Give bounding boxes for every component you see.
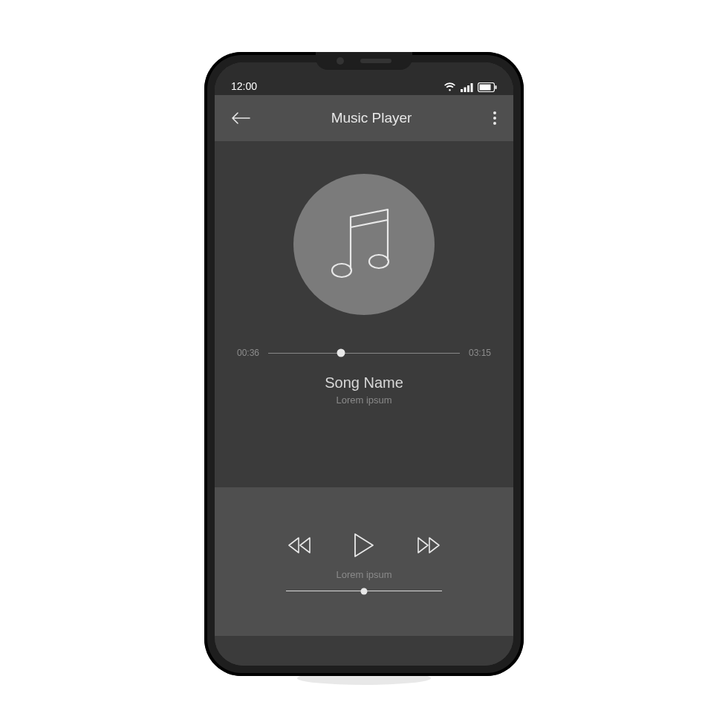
time-duration: 03:15 — [469, 348, 491, 358]
svg-rect-0 — [461, 89, 463, 92]
more-icon[interactable] — [493, 111, 497, 126]
song-title: Song Name — [325, 374, 403, 391]
svg-rect-3 — [471, 83, 473, 92]
app-header: Music Player — [215, 95, 513, 141]
status-time: 12:00 — [231, 80, 257, 92]
music-note-icon — [327, 204, 401, 285]
svg-rect-6 — [495, 85, 497, 89]
svg-point-8 — [493, 117, 496, 120]
volume-slider[interactable] — [286, 591, 442, 591]
time-elapsed: 00:36 — [237, 348, 259, 358]
bottom-strip — [215, 636, 513, 666]
svg-rect-5 — [480, 85, 491, 91]
next-icon[interactable] — [416, 536, 441, 555]
svg-point-11 — [369, 255, 389, 268]
screen: 12:00 Music Player — [215, 62, 513, 666]
song-subtitle: Lorem ipsum — [336, 394, 391, 406]
volume-label: Lorem ipsum — [336, 569, 391, 580]
page-title: Music Player — [331, 110, 412, 126]
signal-icon — [461, 83, 473, 92]
phone-frame: 12:00 Music Player — [204, 52, 524, 676]
player-main: 00:36 03:15 Song Name Lorem ipsum — [215, 141, 513, 487]
previous-icon[interactable] — [287, 536, 312, 555]
svg-point-9 — [493, 122, 496, 125]
progress-slider[interactable] — [268, 353, 460, 354]
back-icon[interactable] — [231, 111, 250, 125]
album-art — [293, 174, 435, 315]
wifi-icon — [443, 82, 456, 92]
progress-thumb[interactable] — [337, 349, 345, 357]
notch — [316, 52, 412, 70]
transport-controls — [287, 532, 441, 559]
controls-panel: Lorem ipsum — [215, 487, 513, 636]
volume-thumb[interactable] — [361, 588, 368, 594]
svg-rect-1 — [464, 87, 467, 92]
progress-row: 00:36 03:15 — [237, 348, 491, 358]
svg-point-10 — [332, 264, 351, 277]
svg-point-7 — [493, 111, 496, 114]
play-icon[interactable] — [352, 532, 376, 559]
svg-rect-2 — [467, 85, 469, 92]
battery-icon — [478, 82, 497, 92]
status-icons — [443, 82, 497, 92]
